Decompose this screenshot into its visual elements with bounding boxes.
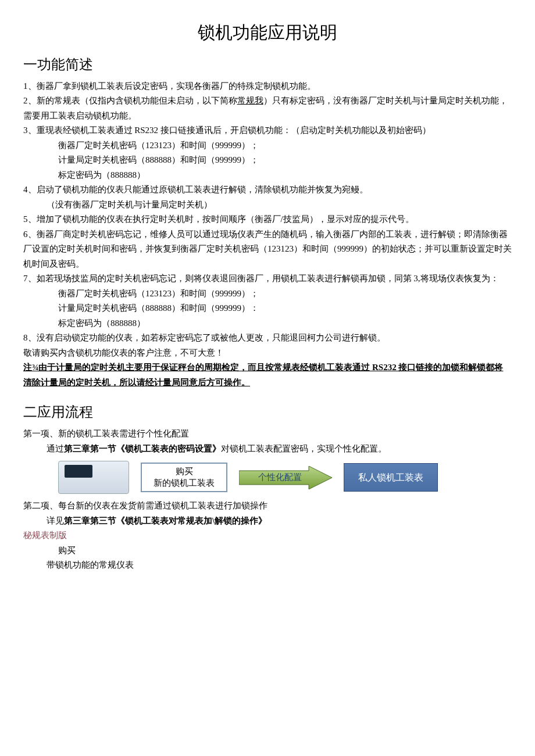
caution-line: 敬请购买内含锁机功能仪表的客户注意，不可大意！ xyxy=(23,346,512,361)
item-7b: 计量局定时关机密码（888888）和时间（999999）： xyxy=(58,301,512,316)
item-4: 4、启动了锁机功能的仪表只能通过原锁机工装表进行解锁，清除锁机功能并恢复为宛鳗。 xyxy=(23,182,512,198)
flow-arrow-label: 个性化配置 xyxy=(239,470,320,485)
section2-heading: 二应用流程 xyxy=(23,400,512,424)
item-6: 6、衡器厂商定时关机密码忘记，维修人员可以通过现场仪表产生的随机码，输入衡器厂内… xyxy=(23,227,512,272)
step2-title: 第二项、每台新的仪表在发货前需通过锁机工装表进行加锁操作 xyxy=(23,499,512,514)
flow-box-buy-l1: 购买 xyxy=(154,466,215,478)
item-7: 7、如若现场技监局的定时关机密码忘记，则将仪表退回衡器厂，用锁机工装表进行解锁再… xyxy=(23,271,512,286)
item-5: 5、增加了锁机功能的仪表在执行定时关机时，按时间顺序（衡器厂/技监局），显示对应… xyxy=(23,212,512,227)
item-2-underline: 常规我 xyxy=(237,96,263,105)
step1-title: 第一项、新的锁机工装表需进行个性化配置 xyxy=(23,427,512,442)
item-1: 1、衡器厂拿到锁机工装表后设定密码，实现各衡器厂的特殊定制锁机功能。 xyxy=(23,79,512,94)
flow-box-result: 私人锁机工装表 xyxy=(344,463,438,492)
flow-box-buy-l2: 新的锁机工装表 xyxy=(154,478,215,489)
doc-title: 锁机功能应用说明 xyxy=(23,17,512,47)
item-4a: （没有衡器厂定时关机与计量局定时关机） xyxy=(47,198,512,213)
item-3a: 衡器厂定时关机密码（123123）和时间（999999）； xyxy=(58,138,512,153)
step2-desc-bold: 第三章第三节《锁机工装表对常规表加\解锁的操作》 xyxy=(64,516,267,525)
flow-diagram: 购买 新的锁机工装表 个性化配置 私人锁机工装表 xyxy=(58,461,512,494)
item-3c: 标定密码为（888888） xyxy=(58,168,512,183)
item-3: 3、重现表经锁机工装表通过 RS232 接口链接通讯后，开启锁机功能：（启动定时… xyxy=(23,123,512,138)
item-2-a: 2、新的常规表（仅指内含锁机功能但未启动，以下简称 xyxy=(23,96,237,105)
step2-desc: 详见第三章第三节《锁机工装表对常规表加\解锁的操作》 xyxy=(47,514,512,529)
item-8: 8、没有启动锁定功能的仪表，如若标定密码忘了或被他人更改，只能退回柯力公司进行解… xyxy=(23,331,512,346)
step1-desc: 通过第三章第一节《锁机工装表的密码设置》对锁机工装表配置密码，实现个性化配置。 xyxy=(47,442,512,457)
device-image xyxy=(58,461,129,494)
step1-desc-pre: 通过 xyxy=(47,444,64,453)
item-2: 2、新的常规表（仅指内含锁机功能但未启动，以下简称常规我）只有标定密码，没有衡器… xyxy=(23,94,512,123)
step2-desc-pre: 详见 xyxy=(47,516,64,525)
item-7c: 标定密码为（888888） xyxy=(58,316,512,331)
item-3b: 计量局定时关机密码（888888）和时间（999999）； xyxy=(58,153,512,168)
reddish-text: 秘规表制版 xyxy=(23,528,512,543)
step2-device: 带锁机功能的常规仪表 xyxy=(47,558,512,573)
step2-buy: 购买 xyxy=(58,543,512,558)
step1-desc-post: 对锁机工装表配置密码，实现个性化配置。 xyxy=(221,444,387,453)
flow-box-buy: 购买 新的锁机工装表 xyxy=(141,463,227,492)
section1-heading: 一功能简述 xyxy=(23,53,512,77)
step1-desc-bold: 第三章第一节《锁机工装表的密码设置》 xyxy=(64,444,221,453)
underlined-note: 注¾由于计量局的定时关机主要用于保证秤台的周期检定，而且按常规表经锁机工装表通过… xyxy=(23,360,512,390)
flow-arrow: 个性化配置 xyxy=(239,466,332,489)
item-7a: 衡器厂定时关机密码（123123）和时间（999999）； xyxy=(58,286,512,302)
